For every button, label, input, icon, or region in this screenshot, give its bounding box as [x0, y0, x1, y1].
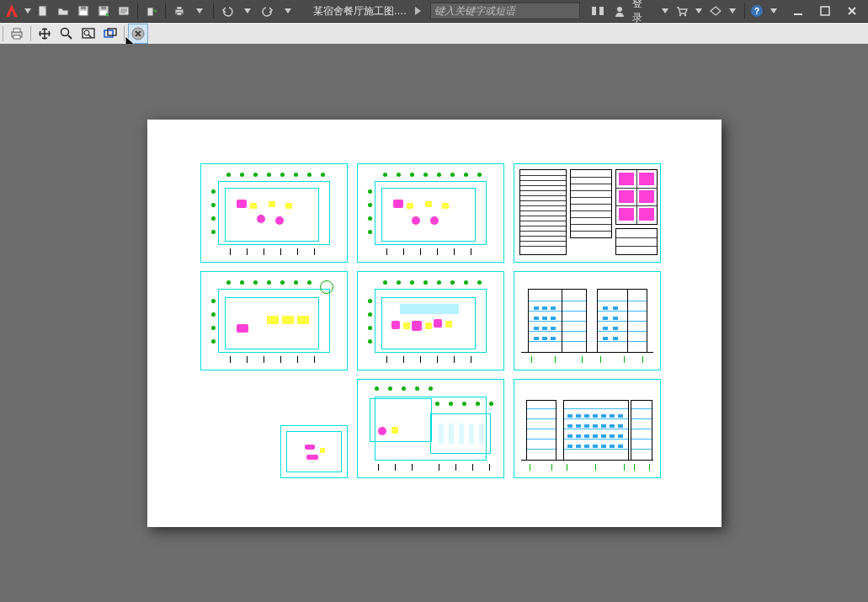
- svg-rect-10: [177, 7, 182, 9]
- help-icon[interactable]: ?: [748, 3, 765, 19]
- print-dropdown-icon[interactable]: [190, 2, 209, 20]
- login-label[interactable]: 登录: [632, 0, 652, 25]
- infocenter-search-icon[interactable]: [590, 3, 606, 19]
- svg-rect-19: [794, 13, 802, 15]
- svg-rect-6: [100, 11, 107, 15]
- svg-point-24: [61, 29, 69, 36]
- new-doc-icon[interactable]: [34, 2, 52, 20]
- document-title-dropdown-icon[interactable]: [413, 7, 422, 15]
- svg-rect-20: [821, 7, 829, 15]
- preview-pan-icon[interactable]: [35, 24, 55, 44]
- svg-rect-5: [101, 6, 106, 9]
- svg-rect-12: [592, 7, 596, 15]
- search-box[interactable]: [430, 3, 580, 19]
- preview-zoom-previous-icon[interactable]: [100, 24, 120, 44]
- svg-point-14: [617, 7, 622, 12]
- export-icon[interactable]: [142, 2, 161, 20]
- window-controls: [782, 3, 868, 19]
- preview-canvas: [0, 44, 868, 602]
- login-dropdown-icon[interactable]: [658, 3, 674, 19]
- toolbar-grip: [3, 26, 3, 41]
- svg-rect-13: [599, 7, 604, 15]
- svg-rect-3: [80, 11, 87, 15]
- drawing-thumbnail: [357, 163, 504, 263]
- toolbar-separator: [30, 26, 31, 41]
- restore-icon[interactable]: [817, 3, 833, 19]
- svg-rect-2: [81, 6, 86, 9]
- preview-print-icon[interactable]: [7, 24, 27, 44]
- close-icon[interactable]: [844, 3, 860, 19]
- svg-text:?: ?: [754, 7, 759, 16]
- cart-dropdown-icon[interactable]: [690, 3, 707, 19]
- quick-access-toolbar: [33, 2, 298, 20]
- help-dropdown-icon[interactable]: [765, 3, 782, 19]
- user-icon[interactable]: [611, 3, 627, 19]
- drawing-thumbnail: [514, 163, 661, 263]
- search-input[interactable]: [431, 4, 579, 18]
- svg-rect-28: [108, 29, 116, 35]
- open-folder-icon[interactable]: [54, 2, 72, 20]
- toolbar-separator: [213, 3, 214, 19]
- redo-dropdown-icon[interactable]: [279, 2, 297, 20]
- preview-toolbar: [0, 23, 868, 45]
- svg-point-15: [679, 14, 681, 16]
- print-icon[interactable]: [170, 2, 189, 20]
- svg-point-16: [684, 14, 686, 16]
- toolbar-separator: [124, 26, 125, 41]
- undo-icon[interactable]: [218, 2, 237, 20]
- redo-icon[interactable]: [258, 2, 277, 20]
- drawing-thumbnail: [357, 379, 504, 478]
- save-as-icon[interactable]: [94, 2, 113, 20]
- cart-icon[interactable]: [674, 3, 690, 19]
- minimize-icon[interactable]: [791, 3, 806, 19]
- title-bar: 某宿舍餐厅施工图.d... 登录 ?: [0, 0, 868, 23]
- app-menu-dropdown-icon[interactable]: [23, 0, 33, 22]
- save-icon[interactable]: [74, 2, 93, 20]
- drawing-thumbnail: [514, 379, 661, 478]
- preview-close-icon[interactable]: [128, 24, 148, 44]
- toolbar-separator: [165, 3, 166, 19]
- toolbar-separator: [137, 3, 138, 19]
- preview-zoom-window-icon[interactable]: [78, 24, 99, 44]
- preview-zoom-icon[interactable]: [56, 24, 77, 44]
- toolbar-separator: [744, 3, 745, 19]
- drawing-thumbnail: [200, 271, 348, 370]
- plot-web-icon[interactable]: [114, 2, 133, 20]
- share-dropdown-icon[interactable]: [724, 3, 741, 19]
- drawing-thumbnail: [200, 163, 348, 263]
- titlebar-utility-cluster: ?: [674, 3, 782, 19]
- app-logo-icon[interactable]: [0, 0, 23, 22]
- title-bar-right-cluster: 登录: [590, 0, 674, 25]
- svg-rect-23: [13, 35, 20, 39]
- svg-rect-27: [104, 30, 113, 37]
- svg-rect-8: [147, 8, 153, 16]
- undo-dropdown-icon[interactable]: [238, 2, 257, 20]
- drawing-thumbnail: [280, 425, 348, 478]
- svg-rect-11: [177, 13, 182, 15]
- svg-rect-22: [13, 29, 20, 32]
- document-title: 某宿舍餐厅施工图.d...: [313, 4, 408, 19]
- preview-paper: [147, 120, 722, 527]
- drawing-thumbnail: [357, 271, 504, 370]
- drawing-thumbnail: [514, 271, 661, 370]
- share-icon[interactable]: [707, 3, 724, 19]
- svg-point-26: [84, 30, 89, 35]
